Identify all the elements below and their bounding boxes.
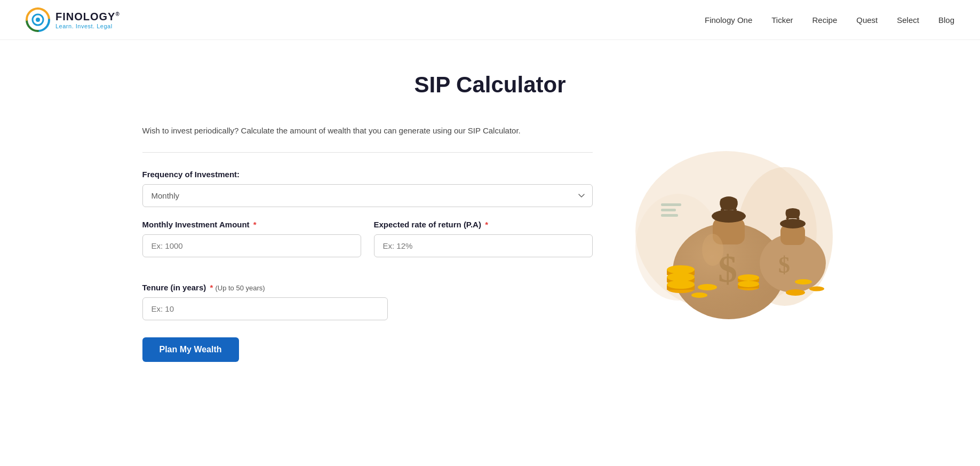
amount-input[interactable] bbox=[142, 234, 361, 257]
logo-icon bbox=[26, 7, 50, 32]
amount-field: Monthly Investment Amount * bbox=[142, 220, 361, 257]
brand-name: FINOLOGY® bbox=[55, 11, 120, 23]
site-header: FINOLOGY® Learn. Invest. Legal Finology … bbox=[0, 0, 980, 40]
tenure-required: * bbox=[210, 283, 213, 292]
svg-text:$: $ bbox=[778, 252, 790, 278]
form-section: Wish to invest periodically? Calculate t… bbox=[142, 124, 593, 362]
svg-point-37 bbox=[691, 293, 707, 298]
rate-input[interactable] bbox=[374, 234, 593, 257]
nav-recipe[interactable]: Recipe bbox=[812, 15, 838, 25]
svg-point-13 bbox=[712, 210, 746, 223]
tenure-input[interactable] bbox=[142, 297, 388, 320]
rate-field: Expected rate of return (P.A) * bbox=[374, 220, 593, 257]
illustration-area: $ $ bbox=[614, 124, 838, 327]
rate-required: * bbox=[485, 220, 488, 229]
logo-tagline: Learn. Invest. Legal bbox=[55, 23, 120, 29]
svg-point-34 bbox=[698, 284, 717, 290]
svg-point-30 bbox=[738, 274, 759, 281]
svg-rect-6 bbox=[661, 203, 681, 206]
nav-blog[interactable]: Blog bbox=[938, 15, 954, 25]
frequency-select[interactable]: Monthly Quarterly Half-Yearly Yearly bbox=[142, 184, 593, 207]
nav-finology-one[interactable]: Finology One bbox=[705, 15, 752, 25]
svg-point-2 bbox=[36, 18, 40, 22]
svg-point-35 bbox=[795, 279, 812, 285]
page-description: Wish to invest periodically? Calculate t… bbox=[142, 124, 593, 137]
money-bag-illustration: $ $ bbox=[614, 124, 838, 327]
svg-rect-7 bbox=[661, 209, 676, 211]
nav-ticker[interactable]: Ticker bbox=[771, 15, 793, 25]
logo: FINOLOGY® Learn. Invest. Legal bbox=[26, 7, 120, 32]
svg-point-36 bbox=[809, 287, 824, 291]
svg-point-14 bbox=[702, 234, 723, 266]
nav-quest[interactable]: Quest bbox=[856, 15, 878, 25]
section-divider bbox=[142, 152, 593, 153]
page-title: SIP Calculator bbox=[142, 72, 838, 98]
svg-point-38 bbox=[786, 289, 805, 296]
tenure-label: Tenure (in years) * (Up to 50 years) bbox=[142, 283, 593, 292]
frequency-label: Frequency of Investment: bbox=[142, 170, 593, 179]
svg-point-33 bbox=[738, 281, 759, 287]
svg-point-24 bbox=[667, 273, 695, 281]
svg-point-21 bbox=[667, 265, 695, 274]
nav-select[interactable]: Select bbox=[897, 15, 919, 25]
tenure-field: Tenure (in years) * (Up to 50 years) bbox=[142, 283, 593, 320]
logo-text: FINOLOGY® Learn. Invest. Legal bbox=[55, 11, 120, 29]
amount-label: Monthly Investment Amount * bbox=[142, 220, 361, 229]
svg-point-18 bbox=[780, 219, 806, 228]
plan-my-wealth-button[interactable]: Plan My Wealth bbox=[142, 337, 239, 362]
svg-point-27 bbox=[667, 280, 695, 289]
svg-rect-8 bbox=[661, 214, 678, 217]
frequency-field: Frequency of Investment: Monthly Quarter… bbox=[142, 170, 593, 207]
tenure-note: (Up to 50 years) bbox=[215, 284, 265, 292]
rate-label: Expected rate of return (P.A) * bbox=[374, 220, 593, 229]
amount-required: * bbox=[253, 220, 257, 229]
content-area: Wish to invest periodically? Calculate t… bbox=[142, 124, 838, 362]
main-nav: Finology One Ticker Recipe Quest Select … bbox=[705, 15, 954, 25]
main-content: SIP Calculator Wish to invest periodical… bbox=[117, 40, 864, 405]
two-col-fields: Monthly Investment Amount * Expected rat… bbox=[142, 220, 593, 270]
